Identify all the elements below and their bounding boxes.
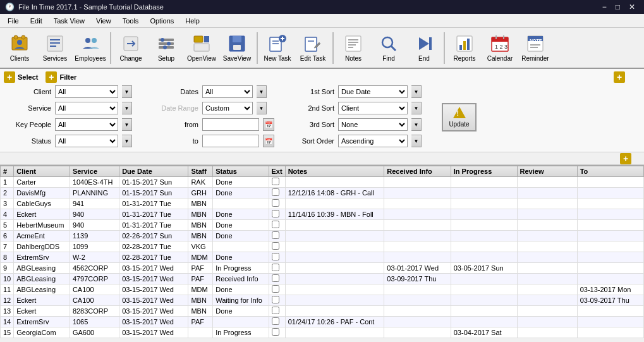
col-header-review[interactable]: Review: [517, 166, 577, 177]
to-input[interactable]: [202, 135, 259, 147]
sortorder-dropdown-arrow[interactable]: ▼: [411, 135, 422, 147]
ext-checkbox[interactable]: [272, 210, 279, 217]
table-row[interactable]: 15GeorgiaComGA60003-15-2017 WedIn Progre…: [1, 327, 644, 338]
newtask-button[interactable]: New Task: [260, 30, 295, 66]
menu-options[interactable]: Options: [145, 16, 179, 26]
to-calendar-button[interactable]: 📅: [263, 135, 274, 147]
firstsort-select[interactable]: Due Date: [338, 85, 408, 98]
col-header-status[interactable]: Status: [213, 166, 269, 177]
status-dropdown-arrow[interactable]: ▼: [122, 135, 132, 147]
firstsort-dropdown-arrow[interactable]: ▼: [411, 85, 422, 98]
thirdsort-dropdown-arrow[interactable]: ▼: [411, 118, 422, 131]
secondsort-select[interactable]: Client: [338, 102, 408, 114]
add-column-button[interactable]: +: [620, 153, 631, 164]
menu-taskview[interactable]: Task View: [49, 16, 90, 26]
edittask-button[interactable]: Edit Task: [296, 30, 330, 66]
table-row[interactable]: 4Eckert94001-31-2017 TueMBNDone11/14/16 …: [1, 209, 644, 220]
ext-checkbox[interactable]: [272, 317, 279, 325]
table-row[interactable]: 5HebertMuseum94001-31-2017 TueMBNDone: [1, 220, 644, 231]
table-row[interactable]: 10ABGLeasing4797CORP03-15-2017 WedPAFRec…: [1, 274, 644, 284]
col-header-num[interactable]: #: [1, 166, 14, 177]
col-header-notes[interactable]: Notes: [285, 166, 384, 177]
client-select[interactable]: All: [55, 85, 118, 98]
table-row[interactable]: 1Carter1040ES-4TH01-15-2017 SunRAKDone: [1, 177, 644, 188]
daterange-dropdown-arrow[interactable]: ▼: [257, 102, 267, 114]
dates-dropdown-arrow[interactable]: ▼: [257, 85, 267, 98]
table-row[interactable]: 13Eckert8283CORP03-15-2017 WedMBNDone: [1, 306, 644, 317]
ext-checkbox[interactable]: [272, 221, 279, 228]
ext-checkbox[interactable]: [272, 188, 279, 196]
from-calendar-button[interactable]: 📅: [263, 118, 274, 131]
openview-button[interactable]: OpenView: [185, 30, 219, 66]
services-button[interactable]: Services: [38, 30, 72, 66]
table-row[interactable]: 11ABGLeasingCA10003-15-2017 WedMDMDone03…: [1, 284, 644, 295]
add-filter-button[interactable]: +: [46, 71, 57, 83]
daterange-select[interactable]: Custom: [202, 102, 253, 114]
data-grid-container[interactable]: # Client Service Due Date Staff Status E…: [0, 165, 644, 342]
menu-edit[interactable]: Edit: [25, 16, 47, 26]
table-cell: ExtremSrv: [14, 252, 70, 263]
ext-checkbox[interactable]: [272, 296, 279, 303]
saveview-button[interactable]: SaveView: [220, 30, 254, 66]
dates-select[interactable]: All: [202, 85, 253, 98]
filter-plus-button[interactable]: +: [614, 71, 625, 83]
clients-button[interactable]: Clients: [3, 30, 37, 66]
client-dropdown-arrow[interactable]: ▼: [122, 85, 132, 98]
table-row[interactable]: 2DavisMfgPLANNING01-15-2017 SunGRHDone12…: [1, 188, 644, 198]
col-header-to[interactable]: To: [577, 166, 643, 177]
menu-help[interactable]: Help: [180, 16, 205, 26]
status-select[interactable]: All: [55, 135, 118, 147]
ext-checkbox[interactable]: [272, 253, 279, 260]
sortorder-select[interactable]: Ascending: [338, 135, 408, 147]
find-button[interactable]: Find: [372, 30, 406, 66]
reports-button[interactable]: Reports: [447, 30, 482, 66]
keypeople-dropdown-arrow[interactable]: ▼: [122, 118, 132, 131]
menu-tools[interactable]: Tools: [118, 16, 144, 26]
table-row[interactable]: 12EckertCA10003-15-2017 WedMBNWaiting fo…: [1, 295, 644, 306]
add-select-button[interactable]: +: [4, 71, 15, 83]
menu-view[interactable]: View: [91, 16, 116, 26]
col-header-received[interactable]: Received Info: [384, 166, 451, 177]
ext-checkbox[interactable]: [272, 199, 279, 207]
table-row[interactable]: 6AcmeEnt113902-26-2017 SunMBNDone: [1, 231, 644, 241]
ext-checkbox[interactable]: [272, 231, 279, 239]
from-input[interactable]: [202, 118, 259, 131]
ext-checkbox[interactable]: [272, 285, 279, 293]
update-button[interactable]: Update: [442, 103, 477, 131]
keypeople-select[interactable]: All: [55, 118, 118, 131]
change-button[interactable]: Change: [114, 30, 148, 66]
table-cell: Carter: [14, 177, 70, 188]
ext-checkbox[interactable]: [272, 274, 279, 282]
notes-button[interactable]: Notes: [336, 30, 370, 66]
col-header-inprogress[interactable]: In Progress: [451, 166, 517, 177]
ext-checkbox[interactable]: [272, 328, 279, 336]
col-header-client[interactable]: Client: [14, 166, 70, 177]
end-button[interactable]: End: [407, 30, 441, 66]
table-row[interactable]: 8ExtremSrvW-202-28-2017 TueMDMDone: [1, 252, 644, 263]
service-select[interactable]: All: [55, 102, 118, 114]
ext-checkbox[interactable]: [272, 264, 279, 271]
setup-button[interactable]: Setup: [149, 30, 183, 66]
employees-button[interactable]: Employees: [73, 30, 107, 66]
table-row[interactable]: 9ABGLeasing4562CORP03-15-2017 WedPAFIn P…: [1, 263, 644, 274]
table-row[interactable]: 14ExtremSrv106503-15-2017 WedPAF01/24/17…: [1, 317, 644, 327]
table-cell: RAK: [188, 177, 213, 188]
close-button[interactable]: ✕: [625, 3, 639, 11]
minimize-button[interactable]: −: [598, 3, 611, 11]
service-dropdown-arrow[interactable]: ▼: [122, 102, 132, 114]
ext-checkbox[interactable]: [272, 307, 279, 314]
table-row[interactable]: 3CableGuys94101-31-2017 TueMBN: [1, 198, 644, 209]
col-header-service[interactable]: Service: [70, 166, 119, 177]
col-header-duedate[interactable]: Due Date: [119, 166, 188, 177]
ext-checkbox[interactable]: [272, 178, 279, 185]
maximize-button[interactable]: □: [612, 3, 624, 11]
calendar-button[interactable]: 1 2 3 Calendar: [483, 30, 517, 66]
thirdsort-select[interactable]: None: [338, 118, 408, 131]
col-header-staff[interactable]: Staff: [188, 166, 213, 177]
col-header-ext[interactable]: Ext: [269, 166, 285, 177]
menu-file[interactable]: File: [3, 16, 24, 26]
table-row[interactable]: 7DahlbergDDS109902-28-2017 TueVKG: [1, 241, 644, 252]
ext-checkbox[interactable]: [272, 242, 279, 250]
reminder-button[interactable]: NOTE Reminder: [518, 30, 552, 66]
secondsort-dropdown-arrow[interactable]: ▼: [411, 102, 422, 114]
